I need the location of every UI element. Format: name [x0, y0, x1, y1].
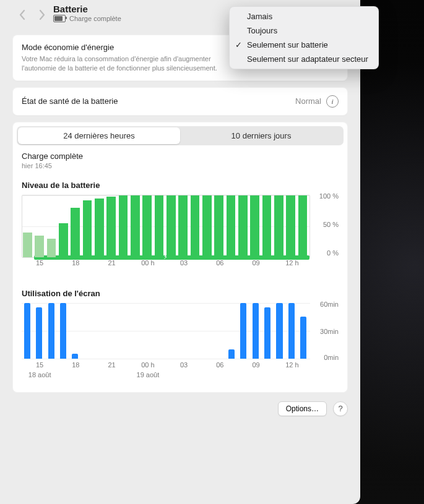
menu-item-always[interactable]: Toujours: [230, 23, 378, 38]
x-tick: 21: [108, 259, 116, 267]
chart-bar: [253, 303, 259, 359]
chart-bar: [142, 195, 152, 257]
x-tick: 03: [180, 259, 188, 267]
x-tick: 15: [36, 259, 43, 267]
chart-bar: [274, 195, 283, 257]
battery-settings-panel: Batterie Charge complète Mode économie d…: [0, 0, 360, 504]
x-date-label: 19 août: [137, 371, 160, 378]
range-segmented-control: 24 dernières heures 10 derniers jours: [17, 126, 344, 145]
chart-bar: [214, 195, 223, 257]
x-tick: 03: [180, 361, 188, 369]
chart-bar: [276, 303, 282, 359]
chart-bar: [286, 195, 295, 257]
low-power-mode-menu: Jamais Toujours ✓Seulement sur batterie …: [229, 6, 379, 69]
menu-item-on-power-adapter[interactable]: Seulement sur adaptateur secteur: [230, 52, 378, 66]
chart-bar: [262, 195, 272, 257]
x-tick: 00 h: [141, 259, 154, 267]
chart-bar: [178, 195, 188, 257]
chart-bar: [240, 303, 246, 359]
chart-bar: [155, 195, 164, 257]
x-tick: 00 h: [141, 361, 154, 369]
chart-bar: [202, 195, 212, 257]
chart-bar: [48, 303, 54, 359]
x-tick: 18: [72, 259, 79, 267]
battery-health-value: Normal: [295, 96, 321, 106]
last-charge-time: hier 16:45: [22, 162, 339, 169]
y-tick: 60min: [320, 301, 339, 308]
menu-item-on-battery[interactable]: ✓Seulement sur batterie: [230, 38, 378, 52]
menu-item-never[interactable]: Jamais: [230, 9, 378, 23]
battery-usage-card: 24 dernières heures 10 derniers jours Ch…: [12, 122, 348, 393]
chart-bar: [298, 195, 308, 257]
chart-bar: [35, 236, 44, 257]
x-tick: 09: [253, 361, 260, 369]
battery-icon: [53, 15, 66, 22]
chart-bar: [23, 233, 32, 257]
chart-bar: [24, 303, 30, 359]
chart-bar: [72, 354, 78, 359]
chart-bar: [83, 200, 92, 257]
chart-bar: [106, 197, 116, 257]
chart-bar: [227, 195, 236, 257]
chart-bar: [228, 349, 235, 359]
chart-bar: [288, 303, 295, 359]
chart-bar: [300, 317, 306, 359]
page-title: Batterie: [53, 4, 121, 14]
y-tick: 30min: [320, 328, 339, 335]
nav-back-button[interactable]: [15, 7, 30, 22]
x-tick: 18: [72, 361, 79, 369]
y-tick: 0min: [324, 354, 339, 361]
x-tick: 12 h: [285, 259, 298, 267]
chart-bar: [60, 303, 66, 359]
battery-health-label: État de santé de la batterie: [22, 96, 118, 106]
options-button[interactable]: Options…: [278, 401, 327, 416]
chart-bar: [131, 195, 140, 257]
chart-bar: [250, 195, 259, 257]
chart-bar: [119, 195, 128, 257]
x-tick: 09: [253, 259, 260, 267]
header-subtitle: Charge complète: [69, 15, 121, 22]
chart-bar: [71, 208, 80, 257]
low-power-mode-desc: Votre Mac réduira la consommation d'éner…: [22, 54, 232, 73]
x-tick: 12 h: [285, 361, 298, 369]
y-tick: 100 %: [319, 192, 339, 200]
chart-bar: [238, 195, 248, 257]
y-tick: 0 %: [327, 249, 339, 257]
x-tick: 21: [108, 361, 116, 369]
x-tick: 06: [216, 361, 223, 369]
chart-bar: [95, 199, 104, 257]
chart-battery-title: Niveau de la batterie: [22, 181, 339, 190]
x-tick: 06: [216, 259, 223, 267]
x-tick: 15: [36, 361, 43, 369]
chart-bar: [36, 307, 42, 359]
chart-bar: [47, 239, 56, 257]
chart-bar: [191, 195, 200, 257]
info-icon[interactable]: i: [326, 95, 339, 108]
last-charge-title: Charge complète: [22, 152, 339, 161]
check-icon: ✓: [235, 40, 242, 49]
chart-bar: [264, 307, 270, 359]
chart-bar: [167, 195, 176, 257]
help-button[interactable]: ?: [333, 401, 348, 416]
chart-screen-title: Utilisation de l'écran: [22, 289, 339, 298]
battery-health-group: État de santé de la batterie Normal i: [12, 87, 348, 116]
y-tick: 50 %: [323, 221, 339, 228]
nav-forward-button[interactable]: [35, 7, 50, 22]
chart-bar: [59, 223, 68, 257]
battery-level-chart: ⚡︎ 100 % 50 % 0 % 15182100 h03060912 h: [22, 195, 339, 278]
tab-24h[interactable]: 24 dernières heures: [18, 127, 180, 144]
screen-on-chart: 60min 30min 0min 15182100 h03060912 h 18…: [22, 303, 339, 383]
x-date-label: 18 août: [28, 371, 51, 378]
tab-10d[interactable]: 10 derniers jours: [180, 127, 342, 144]
